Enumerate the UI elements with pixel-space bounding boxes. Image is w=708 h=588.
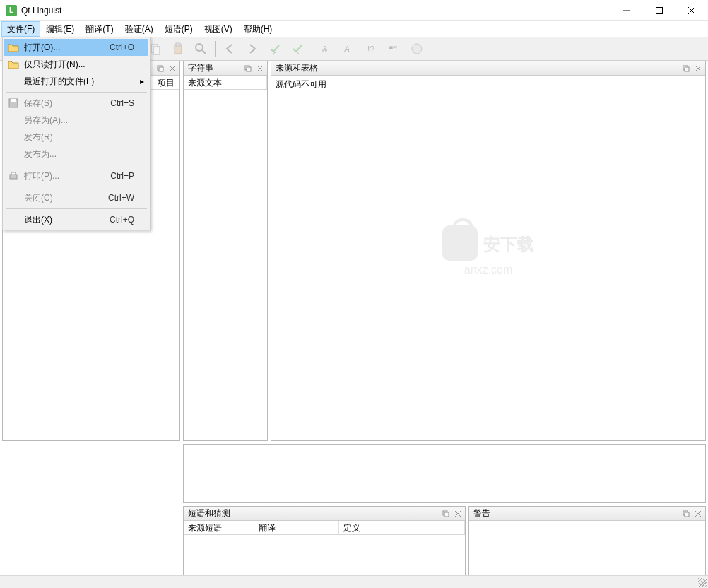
tb-next-icon[interactable]: [242, 39, 263, 59]
tb-punc-icon[interactable]: !?: [361, 39, 382, 59]
menu-releaseas[interactable]: 发布为...: [4, 146, 148, 163]
tb-phrase-icon[interactable]: ❝❞: [384, 39, 405, 59]
menu-view[interactable]: 视图(V): [199, 21, 238, 37]
folder-open-icon: [7, 58, 20, 71]
tb-accel-icon[interactable]: &: [316, 39, 337, 59]
tb-find-icon[interactable]: [190, 39, 211, 59]
close-icon[interactable]: [254, 63, 266, 74]
menu-phrases[interactable]: 短语(P): [159, 21, 199, 37]
col-translation[interactable]: 翻译: [254, 521, 339, 534]
menu-separator: [6, 208, 147, 209]
print-icon: [7, 170, 20, 182]
col-definition[interactable]: 定义: [339, 521, 465, 534]
float-icon[interactable]: [680, 63, 692, 74]
menu-item-label: 另存为(A)...: [24, 114, 134, 127]
menu-item-label: 关闭(C): [24, 192, 108, 204]
menu-item-shortcut: Ctrl+P: [110, 171, 134, 181]
svg-rect-26: [11, 172, 16, 175]
menu-validation[interactable]: 验证(A): [119, 21, 159, 37]
close-button[interactable]: [675, 0, 708, 21]
tb-font-icon[interactable]: A: [338, 39, 360, 59]
menu-open-readonly[interactable]: 仅只读打开(N)...: [4, 56, 148, 73]
tb-place-icon[interactable]: [406, 39, 427, 59]
titlebar: L Qt Linguist: [0, 0, 708, 21]
phrases-panel: 短语和猜测 来源短语 翻译 定义: [183, 506, 466, 575]
float-icon[interactable]: [155, 63, 166, 74]
watermark-subtext: anxz.com: [442, 264, 534, 276]
menu-item-label: 发布(R): [24, 131, 134, 143]
svg-text:❝❞: ❝❞: [389, 45, 397, 54]
menu-exit[interactable]: 退出(X) Ctrl+Q: [4, 211, 148, 228]
column-headers: 来源短语 翻译 定义: [184, 521, 465, 535]
window-title: Qt Linguist: [21, 6, 610, 16]
panel-title: 短语和猜测: [188, 507, 439, 519]
watermark-text: 安下载: [483, 233, 534, 256]
menu-saveas[interactable]: 另存为(A)...: [4, 112, 148, 129]
column-headers: 来源文本: [184, 76, 267, 90]
panel-body[interactable]: [184, 445, 705, 502]
menu-item-label: 保存(S): [24, 98, 110, 110]
close-icon[interactable]: [167, 63, 178, 74]
statusbar: [0, 575, 708, 588]
panel-body: 来源短语 翻译 定义: [184, 521, 465, 575]
source-panel: 来源和表格 源代码不可用 安下载 anxz.com: [271, 61, 706, 441]
tb-paste-icon[interactable]: [167, 39, 189, 59]
menubar: 文件(F) 编辑(E) 翻译(T) 验证(A) 短语(P) 视图(V) 帮助(H…: [0, 21, 708, 37]
close-icon[interactable]: [692, 508, 704, 519]
menu-item-label: 发布为...: [24, 148, 134, 160]
strings-panel: 字符串 来源文本: [183, 61, 268, 441]
panel-title: 来源和表格: [276, 62, 680, 74]
menu-edit[interactable]: 编辑(E): [40, 21, 80, 37]
tb-prev-icon[interactable]: [219, 39, 240, 59]
menu-close[interactable]: 关闭(C) Ctrl+W: [4, 189, 148, 206]
svg-rect-13: [153, 47, 160, 54]
svg-rect-40: [444, 512, 449, 517]
tb-done-next-icon[interactable]: [287, 39, 308, 59]
menu-item-label: 打印(P)...: [24, 170, 110, 182]
svg-rect-25: [10, 175, 17, 179]
menu-save[interactable]: 保存(S) Ctrl+S: [4, 95, 148, 112]
panel-body: 来源文本: [184, 76, 267, 440]
menu-separator: [6, 187, 147, 187]
svg-rect-36: [685, 67, 689, 71]
minimize-button[interactable]: [610, 0, 643, 21]
menu-item-label: 打开(O)...: [24, 42, 110, 54]
save-icon: [7, 97, 20, 110]
translation-editor-panel: [183, 444, 706, 503]
menu-translate[interactable]: 翻译(T): [80, 21, 119, 37]
toolbar-separator: [215, 41, 216, 57]
col-source-phrase[interactable]: 来源短语: [184, 521, 254, 534]
menu-print[interactable]: 打印(P)... Ctrl+P: [4, 167, 148, 184]
svg-rect-44: [685, 512, 689, 517]
menu-item-shortcut: Ctrl+O: [110, 42, 134, 52]
svg-line-17: [202, 50, 206, 54]
menu-file[interactable]: 文件(F): [1, 21, 40, 37]
col-source-text[interactable]: 来源文本: [184, 76, 267, 89]
svg-rect-15: [176, 43, 180, 46]
menu-open[interactable]: 打开(O)... Ctrl+O: [4, 39, 148, 56]
svg-text:!?: !?: [367, 45, 374, 54]
menu-recent-files[interactable]: 最近打开的文件(F) ▸: [4, 73, 148, 90]
svg-point-22: [412, 44, 422, 54]
menu-release[interactable]: 发布(R): [4, 129, 148, 146]
menu-separator: [6, 165, 147, 165]
float-icon[interactable]: [680, 508, 692, 519]
menu-item-label: 最近打开的文件(F): [24, 76, 134, 88]
float-icon[interactable]: [242, 63, 254, 74]
source-unavailable-text: 源代码不可用: [271, 76, 705, 93]
maximize-button[interactable]: [643, 0, 675, 21]
resize-grip-icon[interactable]: [698, 578, 707, 587]
panel-title: 警告: [473, 507, 680, 519]
menu-item-shortcut: Ctrl+W: [108, 193, 134, 203]
menu-item-shortcut: Ctrl+Q: [110, 215, 134, 225]
float-icon[interactable]: [440, 508, 452, 519]
submenu-arrow-icon: ▸: [140, 76, 144, 86]
svg-text:&: &: [322, 45, 328, 54]
svg-rect-1: [656, 7, 663, 13]
warnings-panel: 警告: [468, 506, 706, 575]
menu-help[interactable]: 帮助(H): [238, 21, 278, 37]
panel-body: 源代码不可用 安下载 anxz.com: [271, 76, 705, 440]
tb-done-prev-icon[interactable]: [264, 39, 285, 59]
close-icon[interactable]: [692, 63, 704, 74]
close-icon[interactable]: [452, 508, 464, 519]
